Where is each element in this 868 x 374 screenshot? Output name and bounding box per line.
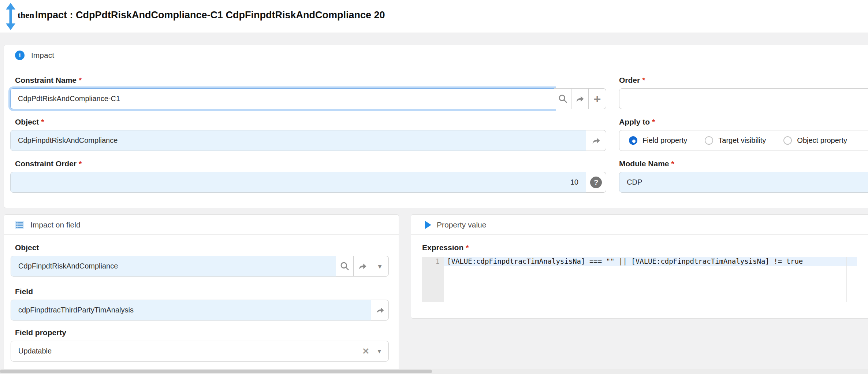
required-asterisk: * (642, 76, 645, 84)
required-asterisk: * (466, 243, 469, 252)
impact-section-header: i Impact (4, 45, 868, 65)
editor-scrollbar-track (846, 257, 847, 302)
page-title: Impact : CdpPdtRiskAndCompliance-C1 CdpF… (35, 10, 385, 21)
collapse-triangle-icon[interactable] (425, 221, 431, 229)
impact-on-field-title: Impact on field (30, 221, 81, 229)
iof-object-open-button[interactable] (354, 256, 371, 277)
editor-gutter: 1 (422, 257, 444, 302)
constraint-order-help-button[interactable]: ? (586, 172, 606, 193)
constraint-name-add-button[interactable]: + (589, 88, 606, 109)
forward-arrow-icon (591, 136, 601, 146)
constraint-name-label: Constraint Name* (15, 76, 82, 85)
field-property-select[interactable]: Updatable ✕ ▾ (11, 341, 389, 362)
iof-object-search-button[interactable] (336, 256, 354, 277)
chevron-down-icon[interactable]: ▾ (377, 347, 381, 355)
required-asterisk: * (671, 159, 674, 168)
forward-arrow-icon (575, 94, 585, 104)
property-value-card: Property value Expression* 1 [VALUE:cdpF… (411, 214, 868, 319)
apply-to-radio-group: Field property Target visibility Object … (619, 130, 868, 151)
required-asterisk: * (79, 76, 82, 84)
iof-object-dropdown-button[interactable]: ▾ (371, 256, 389, 277)
required-asterisk: * (79, 159, 82, 168)
module-name-label: Module Name* (619, 159, 674, 168)
chevron-down-icon: ▾ (378, 262, 381, 271)
constraint-name-search-button[interactable] (554, 88, 571, 109)
forward-arrow-icon (357, 261, 368, 271)
then-label: then (18, 10, 34, 20)
radio-unselected-icon (783, 136, 792, 145)
object-input[interactable] (10, 130, 586, 151)
field-property-value: Updatable (18, 347, 362, 355)
header-band: then Impact : CdpPdtRiskAndCompliance-C1… (0, 0, 868, 33)
page: then Impact : CdpPdtRiskAndCompliance-C1… (0, 0, 868, 374)
impact-section-title: Impact (31, 51, 54, 60)
iof-field-open-button[interactable] (371, 300, 389, 321)
radio-unselected-icon (705, 136, 713, 145)
constraint-order-input[interactable] (10, 172, 586, 193)
radio-option-field-property[interactable]: Field property (629, 136, 687, 145)
module-name-input[interactable] (619, 172, 868, 193)
editor-code-area[interactable]: [VALUE:cdpFinpdtracTimAnalysisNa] === ""… (444, 257, 857, 302)
impact-section-card: i Impact Constraint Name* + Order* Objec… (4, 45, 868, 208)
iof-object-label: Object (15, 243, 39, 252)
expression-code-line: [VALUE:cdpFinpdtracTimAnalysisNa] === ""… (447, 257, 803, 266)
iof-field-label: Field (15, 287, 33, 296)
radio-selected-icon (629, 136, 637, 145)
property-value-header: Property value (411, 215, 868, 235)
forward-arrow-icon (375, 305, 385, 315)
iof-object-input[interactable] (11, 256, 336, 277)
object-label: Object* (15, 118, 44, 126)
order-label: Order* (619, 76, 645, 85)
plus-icon: + (594, 93, 601, 105)
constraint-name-open-button[interactable] (571, 88, 589, 109)
help-icon: ? (590, 177, 602, 188)
iof-field-input[interactable] (11, 300, 371, 321)
expression-code-editor[interactable]: 1 [VALUE:cdpFinpdtracTimAnalysisNa] === … (422, 257, 857, 302)
property-value-title: Property value (437, 221, 486, 229)
line-number: 1 (422, 257, 444, 266)
then-vertical-arrow-icon (5, 3, 16, 30)
apply-to-label: Apply to* (619, 118, 655, 126)
info-icon: i (15, 51, 25, 60)
radio-option-object-property[interactable]: Object property (783, 136, 847, 145)
required-asterisk: * (41, 118, 44, 126)
order-input[interactable] (619, 88, 868, 109)
impact-on-field-card: Impact on field Object ▾ Field Field pro… (4, 214, 399, 374)
field-property-label: Field property (15, 328, 66, 337)
constraint-name-input[interactable] (10, 88, 554, 109)
horizontal-scrollbar-thumb[interactable] (0, 370, 432, 373)
horizontal-scrollbar[interactable] (0, 369, 868, 374)
search-icon (558, 94, 568, 104)
object-open-button[interactable] (586, 130, 606, 151)
constraint-order-label: Constraint Order* (15, 159, 82, 168)
expression-label: Expression* (422, 243, 469, 252)
clear-icon[interactable]: ✕ (362, 346, 369, 356)
required-asterisk: * (652, 118, 655, 126)
field-list-icon (15, 221, 24, 229)
radio-option-target-visibility[interactable]: Target visibility (705, 136, 766, 145)
search-icon (340, 261, 350, 271)
impact-on-field-header: Impact on field (4, 215, 399, 235)
